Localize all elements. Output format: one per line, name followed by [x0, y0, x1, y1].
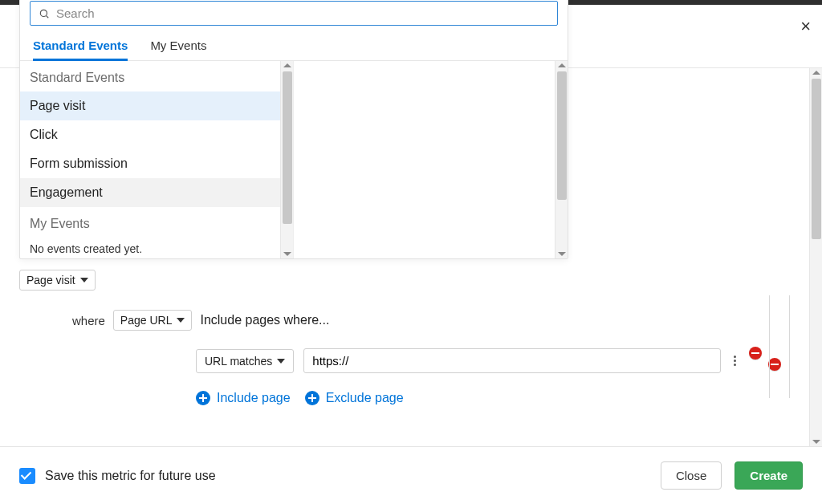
scroll-down-icon[interactable]	[812, 440, 820, 444]
list-item[interactable]: Click	[20, 120, 280, 149]
exclude-page-label: Exclude page	[326, 391, 404, 405]
remove-rule-icon[interactable]	[749, 347, 762, 360]
event-detail-column	[294, 61, 568, 258]
field-select[interactable]: Page URL	[113, 310, 193, 331]
empty-state-text: No events created yet.	[20, 238, 280, 260]
create-button[interactable]: Create	[735, 461, 803, 490]
field-value: Page URL	[120, 314, 173, 327]
search-icon	[39, 8, 50, 19]
url-input[interactable]	[303, 348, 721, 373]
match-type-value: URL matches	[205, 355, 272, 368]
plus-circle-icon	[196, 391, 210, 405]
remove-rule-icon[interactable]	[768, 358, 781, 371]
plus-circle-icon	[305, 391, 319, 405]
tab-label: My Events	[150, 39, 206, 52]
scroll-up-icon[interactable]	[558, 63, 566, 67]
search-box[interactable]	[30, 1, 558, 26]
list-item[interactable]: Engagement	[20, 178, 280, 207]
rule-overflow-menu[interactable]	[730, 352, 739, 369]
caret-down-icon	[80, 278, 88, 282]
event-picker-panel: Standard Events My Events Standard Event…	[19, 0, 568, 259]
include-page-label: Include page	[217, 391, 291, 405]
svg-point-0	[40, 10, 47, 16]
include-page-button[interactable]: Include page	[196, 391, 291, 405]
page-scrollbar[interactable]	[809, 68, 822, 446]
event-groups-column: Standard Events Page visit Click Form su…	[20, 61, 294, 258]
caret-down-icon	[277, 359, 285, 364]
dialog-footer: Save this metric for future use Close Cr…	[0, 446, 822, 504]
exclude-page-button[interactable]: Exclude page	[305, 391, 404, 405]
event-type-value: Page visit	[26, 274, 75, 287]
where-label: where	[72, 314, 105, 327]
list-item[interactable]: Form submission	[20, 149, 280, 178]
remove-rule-group	[749, 353, 781, 369]
group-heading: Standard Events	[20, 61, 280, 91]
scroll-thumb[interactable]	[283, 71, 292, 224]
close-button[interactable]: Close	[661, 461, 722, 490]
scroll-down-icon[interactable]	[558, 252, 566, 256]
event-tabs: Standard Events My Events	[20, 30, 568, 61]
event-type-select[interactable]: Page visit	[19, 270, 96, 291]
match-type-select[interactable]: URL matches	[196, 349, 294, 373]
save-metric-label: Save this metric for future use	[45, 469, 216, 483]
search-input[interactable]	[56, 6, 549, 20]
close-dialog-button[interactable]: ×	[800, 16, 811, 37]
tab-label: Standard Events	[33, 39, 128, 52]
scroll-up-icon[interactable]	[283, 63, 291, 67]
rule-group-divider	[769, 295, 770, 398]
svg-line-1	[47, 15, 49, 18]
tab-standard-events[interactable]: Standard Events	[33, 30, 128, 60]
right-column-scrollbar[interactable]	[555, 61, 568, 258]
rule-group-divider	[789, 295, 790, 398]
save-metric-checkbox[interactable]	[19, 468, 35, 484]
group-heading: My Events	[20, 207, 280, 238]
list-item[interactable]: Page visit	[20, 91, 280, 120]
scroll-up-icon[interactable]	[812, 71, 820, 75]
caret-down-icon	[177, 318, 185, 323]
scroll-down-icon[interactable]	[283, 252, 291, 256]
tab-my-events[interactable]: My Events	[150, 30, 206, 60]
scroll-thumb[interactable]	[557, 71, 567, 200]
left-column-scrollbar[interactable]	[280, 61, 293, 258]
scroll-thumb[interactable]	[812, 79, 821, 239]
include-heading: Include pages where...	[200, 313, 329, 327]
